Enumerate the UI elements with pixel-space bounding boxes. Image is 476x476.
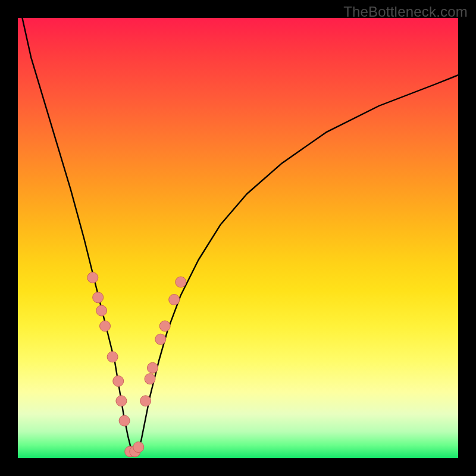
data-marker — [169, 295, 180, 305]
watermark-text: TheBottleneck.com — [343, 4, 468, 20]
data-marker — [147, 362, 158, 373]
data-marker — [93, 292, 104, 303]
data-marker — [107, 352, 118, 362]
data-marker — [100, 321, 111, 331]
data-marker — [176, 277, 186, 287]
data-marker — [159, 321, 170, 331]
data-marker — [116, 396, 127, 406]
data-marker — [113, 376, 124, 387]
data-marker — [96, 305, 107, 316]
data-marker — [119, 415, 130, 426]
marker-group — [87, 273, 186, 457]
data-marker — [87, 273, 98, 283]
chart-frame: TheBottleneck.com — [0, 0, 476, 476]
plot-area — [18, 18, 458, 458]
data-marker — [133, 442, 144, 453]
curve-path-group — [22, 18, 458, 454]
data-marker — [145, 374, 155, 384]
data-marker — [140, 396, 151, 406]
bottleneck-curve — [22, 18, 458, 454]
curve-layer — [18, 18, 458, 458]
data-marker — [155, 334, 166, 345]
